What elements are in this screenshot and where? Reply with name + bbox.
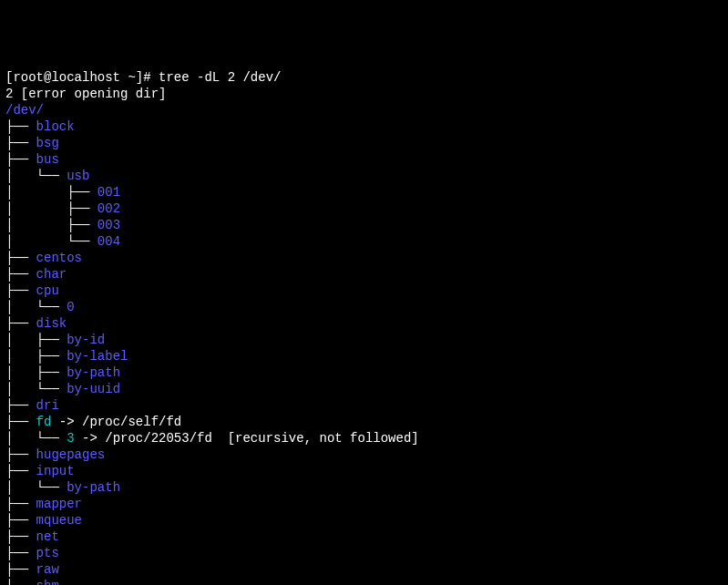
tree-entry: block [36,119,75,134]
shell-prompt: [root@localhost ~]# tree -dL 2 /dev/ [5,70,281,85]
tree-entry: dri [36,398,59,413]
tree-entry: bus [36,152,59,167]
tree-branch: │ ├── [5,365,67,380]
tree-entry: by-path [67,480,120,495]
tree-entry: by-uuid [67,382,120,396]
tree-branch: ├── [5,546,36,560]
tree-branch: ├── [5,497,36,511]
tree-entry: 0 [67,300,74,314]
tree-entry: raw [36,562,59,577]
tree-branch: ├── [5,267,36,282]
tree-branch: │ └── [5,234,97,249]
tree-branch: ├── [5,529,36,544]
tree-entry: fd [36,415,52,429]
tree-body: ├── block ├── bsg ├── bus │ └── usb │ ├─… [5,118,723,585]
tree-entry: net [36,529,59,544]
tree-branch: │ ├── [5,349,67,364]
tree-branch: │ └── [5,431,67,446]
tree-entry: by-label [67,349,128,364]
tree-entry: by-id [67,333,105,347]
tree-entry: usb [67,169,89,183]
error-line: 2 [error opening dir] [5,87,166,101]
tree-branch: │ ├── [5,185,97,200]
tree-branch: ├── [5,579,36,585]
tree-branch: ├── [5,152,36,167]
tree-entry: 002 [97,201,120,216]
tree-entry: input [36,464,75,478]
tree-entry: by-path [67,365,120,380]
tree-branch: │ └── [5,300,67,314]
tree-branch: ├── [5,251,36,265]
tree-entry: 003 [97,218,120,232]
tree-branch: │ ├── [5,201,97,216]
tree-entry: hugepages [36,447,106,462]
tree-branch: │ └── [5,169,67,183]
tree-branch: ├── [5,283,36,298]
tree-branch: ├── [5,415,36,429]
tree-branch: ├── [5,119,36,134]
tree-entry: cpu [36,283,59,298]
tree-root: /dev/ [5,103,44,118]
tree-entry: 3 [67,431,74,446]
symlink-target: -> /proc/self/fd [51,415,181,429]
tree-branch: ├── [5,562,36,577]
tree-entry: centos [36,251,82,265]
tree-branch: ├── [5,447,36,462]
tree-entry: mqueue [36,513,82,528]
tree-entry: shm [36,579,59,585]
tree-entry: bsg [36,136,59,150]
tree-branch: │ ├── [5,218,97,232]
tree-entry: disk [36,316,67,331]
tree-branch: │ └── [5,382,67,396]
tree-branch: ├── [5,316,36,331]
tree-entry: pts [36,546,59,560]
tree-entry: 004 [97,234,120,249]
tree-branch: │ ├── [5,333,67,347]
tree-branch: ├── [5,513,36,528]
tree-branch: ├── [5,398,36,413]
tree-entry: 001 [97,185,120,200]
tree-entry: mapper [36,497,82,511]
tree-branch: ├── [5,464,36,478]
tree-note: [recursive, not followed] [212,431,419,446]
tree-branch: ├── [5,136,36,150]
symlink-target: -> /proc/22053/fd [75,431,212,446]
terminal-output: [root@localhost ~]# tree -dL 2 /dev/ 2 [… [5,69,723,585]
tree-entry: char [36,267,67,282]
tree-branch: │ └── [5,480,67,495]
